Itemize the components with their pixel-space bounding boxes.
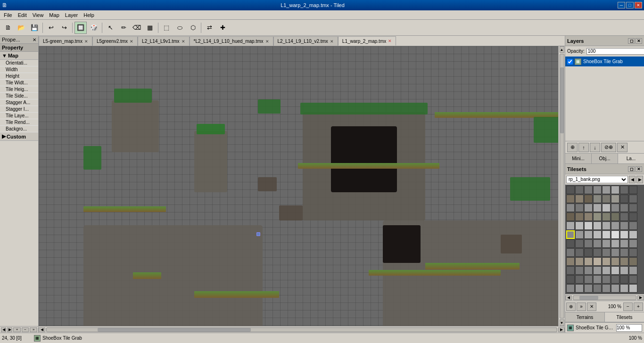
tile-cell-45[interactable] bbox=[611, 230, 619, 239]
tab-3[interactable]: *L2_L14_L9_L10_hued_map.tmx ✕ bbox=[190, 36, 273, 46]
hscroll-left-button[interactable]: ◀ bbox=[39, 327, 45, 332]
ellipse-select-button[interactable]: ⬭ bbox=[173, 22, 186, 34]
bottom-zoom-input[interactable] bbox=[616, 324, 642, 332]
tile-cell-49[interactable] bbox=[575, 239, 584, 248]
undo-button[interactable]: ↩ bbox=[45, 22, 57, 34]
move-button[interactable]: ✚ bbox=[216, 22, 229, 34]
properties-close-button[interactable]: ✕ bbox=[33, 37, 36, 42]
opacity-input[interactable] bbox=[586, 48, 644, 55]
tile-cell-94[interactable] bbox=[620, 284, 628, 293]
menu-help[interactable]: Help bbox=[81, 11, 97, 19]
tile-cell-65[interactable] bbox=[575, 257, 584, 266]
tile-cell-51[interactable] bbox=[593, 239, 602, 248]
tile-cell-41[interactable] bbox=[575, 230, 584, 239]
minimize-button[interactable]: ─ bbox=[618, 2, 625, 8]
tile-cell-37[interactable] bbox=[611, 221, 619, 230]
vscroll-up-button[interactable]: ▲ bbox=[560, 46, 564, 53]
tile-cell-95[interactable] bbox=[629, 284, 637, 293]
scroll-left-button[interactable]: ◀ bbox=[1, 327, 6, 332]
tab-0[interactable]: L5-green_map.tmx ✕ bbox=[39, 36, 92, 46]
tile-cell-29[interactable] bbox=[611, 212, 619, 221]
tile-cell-58[interactable] bbox=[584, 248, 593, 257]
scroll-right-button[interactable]: ▶ bbox=[7, 327, 12, 332]
duplicate-layer-button[interactable]: ⊘⊕ bbox=[601, 143, 616, 152]
tile-cell-57[interactable] bbox=[575, 248, 584, 257]
tile-cell-38[interactable] bbox=[620, 221, 628, 230]
tile-cell-84[interactable] bbox=[602, 275, 611, 284]
embed-tileset-button[interactable]: » bbox=[577, 302, 586, 311]
remove-property-button[interactable]: − bbox=[22, 327, 29, 332]
tile-cell-10[interactable] bbox=[584, 195, 593, 203]
layers-panel-restore[interactable]: ◻ bbox=[628, 38, 635, 44]
tile-cell-71[interactable] bbox=[629, 257, 637, 266]
tile-cell-79[interactable] bbox=[629, 266, 637, 275]
tile-cell-43[interactable] bbox=[593, 230, 602, 239]
tileset-hscroll-left[interactable]: ◀ bbox=[565, 295, 572, 300]
tile-cell-9[interactable] bbox=[575, 195, 584, 203]
hscroll-track[interactable] bbox=[46, 327, 557, 332]
close-button[interactable]: ✕ bbox=[635, 2, 642, 8]
open-button[interactable]: 📂 bbox=[15, 22, 27, 34]
tile-cell-42[interactable] bbox=[584, 230, 593, 239]
erase-button[interactable]: ⌫ bbox=[131, 22, 143, 34]
zoom-in-tileset[interactable]: + bbox=[634, 302, 643, 311]
vscroll-thumb[interactable] bbox=[560, 67, 564, 133]
tab-1[interactable]: L5greenv2.tmx ✕ bbox=[92, 36, 138, 46]
save-button[interactable]: 💾 bbox=[28, 22, 41, 34]
tile-cell-76[interactable] bbox=[602, 266, 611, 275]
tile-cell-64[interactable] bbox=[566, 257, 575, 266]
add-layer-button[interactable]: ⊕ bbox=[567, 143, 578, 152]
rect-select-button[interactable]: ⬚ bbox=[160, 22, 173, 34]
tile-cell-12[interactable] bbox=[602, 195, 611, 203]
tile-cell-39[interactable] bbox=[629, 221, 637, 230]
tile-cell-15[interactable] bbox=[629, 195, 637, 203]
tile-cell-90[interactable] bbox=[584, 284, 593, 293]
tile-cell-6[interactable] bbox=[620, 186, 628, 194]
zoom-out-tileset[interactable]: − bbox=[623, 302, 633, 311]
tile-cell-55[interactable] bbox=[629, 239, 637, 248]
tile-cell-53[interactable] bbox=[611, 239, 619, 248]
hscroll-thumb[interactable] bbox=[98, 328, 251, 332]
map-group[interactable]: ▼ Map bbox=[0, 52, 38, 60]
tile-cell-85[interactable] bbox=[611, 275, 619, 284]
layers-panel-close[interactable]: ✕ bbox=[636, 38, 642, 44]
remove-tileset-button[interactable]: ✕ bbox=[587, 302, 596, 311]
tab-close-1[interactable]: ✕ bbox=[130, 39, 133, 44]
tile-cell-80[interactable] bbox=[566, 275, 575, 284]
tab-close-4[interactable]: ✕ bbox=[330, 39, 334, 44]
hscroll-right-button[interactable]: ▶ bbox=[558, 327, 565, 332]
tile-cell-3[interactable] bbox=[593, 186, 602, 194]
tile-cell-4[interactable] bbox=[602, 186, 611, 194]
tile-cell-93[interactable] bbox=[611, 284, 619, 293]
stamp-button[interactable]: 🔲 bbox=[74, 22, 87, 34]
remove-layer-button[interactable]: ✕ bbox=[617, 143, 627, 152]
new-tileset-button[interactable]: ⊕ bbox=[566, 302, 576, 311]
tab-close-3[interactable]: ✕ bbox=[265, 39, 269, 44]
tile-cell-89[interactable] bbox=[575, 284, 584, 293]
tile-cell-47[interactable] bbox=[629, 230, 637, 239]
layer-visibility-0[interactable] bbox=[567, 59, 573, 65]
tab-close-0[interactable]: ✕ bbox=[84, 39, 88, 44]
tile-cell-81[interactable] bbox=[575, 275, 584, 284]
tilesets-tab[interactable]: Tilesets bbox=[605, 312, 644, 322]
tile-cell-69[interactable] bbox=[611, 257, 619, 266]
map-canvas[interactable] bbox=[39, 46, 558, 326]
tile-cell-35[interactable] bbox=[593, 221, 602, 230]
flip-button[interactable]: ⇄ bbox=[203, 22, 215, 34]
menu-view[interactable]: View bbox=[30, 11, 47, 19]
tile-cell-86[interactable] bbox=[620, 275, 628, 284]
polygon-select-button[interactable]: ⬡ bbox=[187, 22, 199, 34]
tileset-next-button[interactable]: ▶ bbox=[636, 176, 643, 183]
tile-cell-5[interactable] bbox=[611, 186, 619, 194]
menu-edit[interactable]: Edit bbox=[15, 11, 30, 19]
tileset-prev-button[interactable]: ◀ bbox=[629, 176, 636, 183]
tab-4[interactable]: L2_L14_L9_L10_v2.tmx ✕ bbox=[273, 36, 338, 46]
tile-cell-23[interactable] bbox=[629, 204, 637, 212]
tile-cell-2[interactable] bbox=[584, 186, 593, 194]
tile-cell-22[interactable] bbox=[620, 204, 628, 212]
tile-cell-88[interactable] bbox=[566, 284, 575, 293]
tile-cell-62[interactable] bbox=[620, 248, 628, 257]
tile-cell-52[interactable] bbox=[602, 239, 611, 248]
tab-2[interactable]: L2_L14_L9v1.tmx ✕ bbox=[138, 36, 190, 46]
tile-cell-73[interactable] bbox=[575, 266, 584, 275]
